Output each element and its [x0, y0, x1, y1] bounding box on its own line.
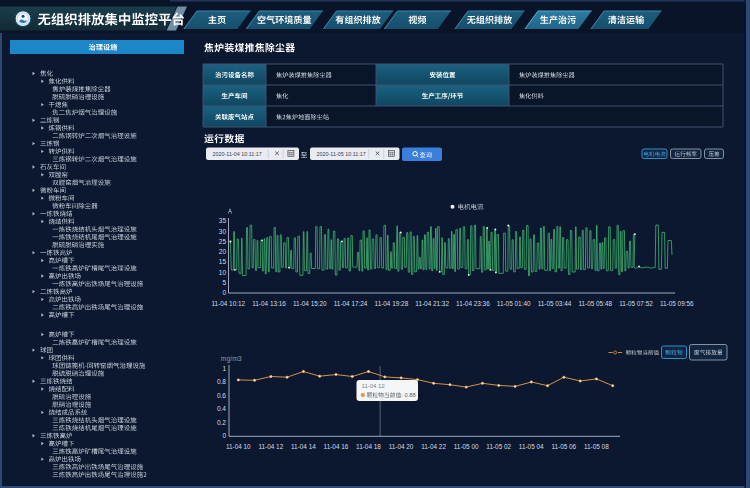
- svg-text:11-04 20: 11-04 20: [389, 443, 414, 450]
- svg-text:0.2: 0.2: [217, 419, 226, 426]
- svg-text:15: 15: [219, 258, 227, 265]
- svg-text:mg/m3: mg/m3: [221, 355, 242, 363]
- svg-text:0.6: 0.6: [217, 392, 226, 399]
- svg-text:11-04 23:36: 11-04 23:36: [456, 300, 490, 307]
- svg-text:0.4: 0.4: [217, 405, 226, 412]
- svg-text:11-05 03:44: 11-05 03:44: [538, 300, 572, 307]
- svg-text:11-05 08: 11-05 08: [584, 443, 609, 450]
- svg-text:11-04 12: 11-04 12: [362, 383, 386, 389]
- svg-text:2020-11-04 10:11:17: 2020-11-04 10:11:17: [213, 151, 262, 157]
- svg-text:: 0.88: : 0.88: [401, 392, 416, 398]
- svg-text:0: 0: [222, 289, 226, 296]
- svg-text:11-04 22: 11-04 22: [421, 443, 446, 450]
- svg-text:10: 10: [219, 269, 227, 276]
- svg-text:11-04 14: 11-04 14: [291, 443, 316, 450]
- svg-text:5: 5: [222, 279, 226, 286]
- svg-text:11-04 21:32: 11-04 21:32: [415, 300, 449, 307]
- svg-text:11-05 05:48: 11-05 05:48: [578, 300, 612, 307]
- svg-text:11-04 10:12: 11-04 10:12: [211, 300, 245, 307]
- svg-text:11-04 17:24: 11-04 17:24: [334, 300, 368, 307]
- svg-text:11-05 02: 11-05 02: [486, 443, 511, 450]
- svg-text:11-04 10: 11-04 10: [226, 443, 251, 450]
- svg-text:11-05 01:40: 11-05 01:40: [497, 300, 531, 307]
- svg-text:0: 0: [222, 432, 226, 439]
- svg-text:11-04 12: 11-04 12: [258, 443, 283, 450]
- svg-text:11-04 16: 11-04 16: [324, 443, 349, 450]
- svg-text:11-04 13:16: 11-04 13:16: [252, 300, 286, 307]
- svg-text:11-05 04: 11-05 04: [519, 443, 544, 450]
- svg-text:2020-11-05 10:11:17: 2020-11-05 10:11:17: [317, 151, 366, 157]
- svg-text:11-04 19:28: 11-04 19:28: [375, 300, 409, 307]
- svg-text:30: 30: [219, 228, 227, 235]
- svg-text:11-05 00: 11-05 00: [454, 443, 479, 450]
- svg-text:35: 35: [219, 217, 227, 224]
- svg-text:11-05 06: 11-05 06: [551, 443, 576, 450]
- svg-text:11-04 18: 11-04 18: [356, 443, 381, 450]
- svg-text:11-04 15:20: 11-04 15:20: [293, 300, 327, 307]
- svg-text:1: 1: [222, 365, 226, 372]
- svg-text:11-05 07:52: 11-05 07:52: [619, 300, 653, 307]
- svg-text:20: 20: [219, 248, 227, 255]
- svg-text:11-05 09:56: 11-05 09:56: [660, 300, 694, 307]
- svg-text:25: 25: [219, 238, 227, 245]
- svg-text:0.8: 0.8: [217, 378, 226, 385]
